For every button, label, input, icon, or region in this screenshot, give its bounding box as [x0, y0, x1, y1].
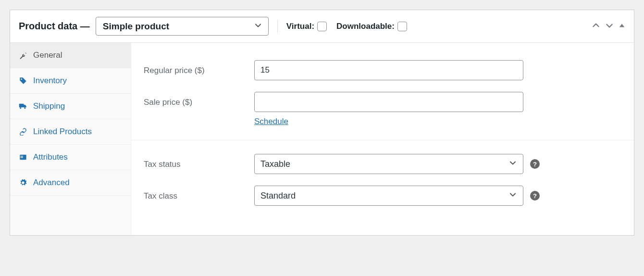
virtual-toggle[interactable]: Virtual:	[286, 22, 327, 31]
sidebar-item-label: Linked Products	[33, 127, 92, 137]
downloadable-checkbox[interactable]	[397, 22, 407, 31]
downloadable-label: Downloadable:	[336, 22, 395, 31]
regular-price-label: Regular price ($)	[144, 60, 254, 75]
regular-price-input[interactable]	[254, 60, 523, 80]
gear-icon	[19, 178, 27, 187]
sidebar-item-general[interactable]: General	[10, 43, 131, 68]
tax-status-row: Tax status Taxable ?	[144, 148, 621, 180]
collapse-icon[interactable]	[619, 22, 625, 31]
tax-status-label: Tax status	[144, 154, 254, 169]
sidebar-item-label: Shipping	[33, 101, 65, 111]
product-type-select[interactable]: Simple product	[96, 17, 269, 36]
downloadable-toggle[interactable]: Downloadable:	[336, 22, 407, 31]
sidebar-item-attributes[interactable]: Attributes	[10, 145, 131, 170]
sidebar-item-label: Inventory	[33, 76, 67, 86]
virtual-label: Virtual:	[286, 22, 314, 31]
sidebar-item-label: Attributes	[33, 152, 68, 162]
sidebar-item-inventory[interactable]: Inventory	[10, 68, 131, 94]
sidebar-item-advanced[interactable]: Advanced	[10, 170, 131, 196]
tax-status-select[interactable]: Taxable	[254, 154, 523, 174]
help-icon[interactable]: ?	[530, 191, 540, 201]
wrench-icon	[19, 51, 27, 60]
link-icon	[19, 127, 27, 136]
panel-header: Product data — Simple product Virtual: D…	[10, 10, 634, 43]
truck-icon	[19, 102, 27, 111]
sidebar-item-label: Advanced	[33, 178, 70, 188]
divider	[131, 140, 634, 140]
sidebar-item-shipping[interactable]: Shipping	[10, 94, 131, 119]
tag-icon	[19, 76, 27, 85]
sale-price-input[interactable]	[254, 92, 523, 112]
sidebar-item-label: General	[33, 50, 62, 60]
regular-price-row: Regular price ($)	[144, 54, 621, 86]
panel-body: General Inventory Shipping Linked Produc…	[10, 43, 634, 235]
tax-class-select[interactable]: Standard	[254, 186, 523, 206]
sale-price-label: Sale price ($)	[144, 92, 254, 107]
tax-class-label: Tax class	[144, 186, 254, 201]
panel-title: Product data —	[19, 21, 90, 32]
sidebar: General Inventory Shipping Linked Produc…	[10, 43, 131, 235]
list-icon	[19, 153, 27, 162]
svg-rect-1	[21, 156, 23, 156]
schedule-link[interactable]: Schedule	[254, 117, 288, 126]
sidebar-item-linked-products[interactable]: Linked Products	[10, 119, 131, 145]
move-down-icon[interactable]	[605, 21, 614, 32]
svg-rect-2	[21, 157, 23, 158]
tax-class-row: Tax class Standard ?	[144, 180, 621, 212]
sale-price-row: Sale price ($) Schedule	[144, 86, 621, 132]
content-area: Regular price ($) Sale price ($) Schedul…	[131, 43, 634, 235]
virtual-checkbox[interactable]	[317, 22, 327, 31]
move-up-icon[interactable]	[592, 21, 600, 32]
panel-controls	[592, 21, 625, 32]
product-data-panel: Product data — Simple product Virtual: D…	[10, 10, 634, 236]
separator	[277, 20, 278, 33]
help-icon[interactable]: ?	[530, 159, 540, 169]
